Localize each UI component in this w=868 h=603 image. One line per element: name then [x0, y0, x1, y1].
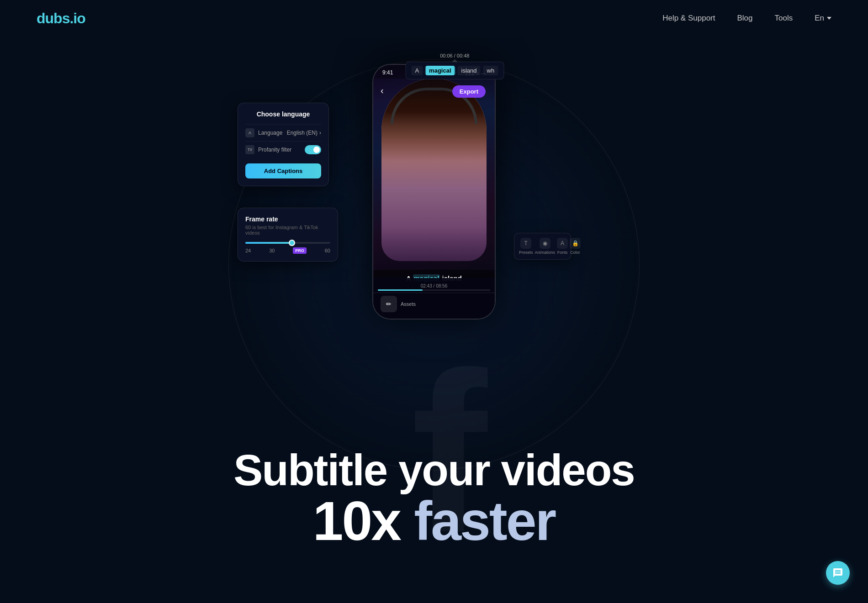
presets-icon: T	[520, 238, 531, 249]
phone-time: 9:41	[382, 69, 393, 76]
animations-icon: ◉	[540, 238, 550, 249]
word-chip-wh[interactable]: wh	[483, 66, 498, 75]
navbar: dubs.io Help & Support Blog Tools En	[0, 0, 868, 37]
framerate-selected: 30	[269, 248, 275, 253]
tool-presets[interactable]: T Presets	[519, 238, 533, 255]
tools-panel: T Presets ◉ Animations A Fonts 🔒 Color	[514, 233, 571, 260]
color-icon: 🔒	[570, 238, 581, 249]
framerate-slider-thumb[interactable]	[289, 240, 295, 246]
framerate-slider-track[interactable]	[245, 242, 330, 244]
chat-icon	[832, 567, 843, 578]
framerate-min: 24	[245, 248, 251, 253]
tool-animations[interactable]: ◉ Animations	[535, 238, 556, 255]
nav-language[interactable]: En	[815, 14, 831, 23]
language-value[interactable]: English (EN) ›	[287, 130, 321, 136]
hero-10x: 10x	[313, 490, 414, 551]
phone-scrubber-track[interactable]	[378, 289, 490, 291]
pencil-icon[interactable]: ✏	[381, 296, 397, 312]
word-chip-island[interactable]: island	[458, 66, 481, 75]
hero-section: f 9:41 ▐▐▐ ◈ ▬ ‹ Export A magical island	[0, 37, 868, 603]
assets-label: Assets	[401, 301, 416, 307]
profanity-toggle[interactable]	[305, 145, 321, 154]
nav-help-support[interactable]: Help & Support	[662, 14, 715, 23]
word-chip-magical[interactable]: magical	[425, 66, 455, 75]
nav-tools[interactable]: Tools	[775, 14, 793, 23]
hero-line1: Subtitle your videos	[160, 447, 708, 493]
hero-faster: faster	[414, 490, 555, 551]
panel-language-row: A Language English (EN) ›	[245, 124, 321, 141]
framerate-slider-labels: 24 30 PRO 60	[245, 247, 330, 254]
chevron-right-icon: ›	[319, 130, 321, 136]
phone-bottom-controls: 02:43 / 08:56 ✏ Assets	[373, 278, 495, 319]
tools-row: T Presets ◉ Animations A Fonts 🔒 Color	[519, 238, 566, 255]
timeline-timestamp: 00:06 / 00:48	[440, 53, 469, 58]
pencil-symbol: ✏	[386, 300, 392, 308]
phone-assets-bar: ✏ Assets	[373, 293, 495, 315]
timeline-pointer-top	[452, 59, 457, 62]
phone-scrubber-played	[378, 289, 423, 291]
logo[interactable]: dubs.io	[37, 10, 85, 27]
export-button[interactable]: Export	[452, 85, 486, 98]
fonts-icon: A	[557, 238, 568, 249]
panel-profanity-row: T# Profanity filter	[245, 141, 321, 158]
back-arrow-icon[interactable]: ‹	[381, 85, 384, 96]
word-timeline-panel: 00:06 / 00:48 A magical island wh	[405, 62, 504, 79]
hero-line2: 10x faster	[160, 493, 708, 548]
framerate-slider-fill	[245, 242, 292, 244]
tool-fonts[interactable]: A Fonts	[557, 238, 568, 255]
chevron-down-icon	[827, 17, 831, 20]
profanity-label: T# Profanity filter	[245, 145, 291, 154]
language-label: A Language	[245, 128, 282, 137]
language-icon: A	[245, 128, 254, 137]
phone-timeline-time: 02:43 / 08:56	[373, 282, 495, 289]
hero-text-container: Subtitle your videos 10x faster	[160, 447, 708, 548]
phone-mockup: 9:41 ▐▐▐ ◈ ▬ ‹ Export A magical island 0…	[372, 64, 496, 320]
framerate-subtitle: 60 is best for Instagram & TikTok videos	[245, 225, 330, 236]
add-captions-button[interactable]: Add Captions	[245, 163, 321, 178]
phone-scrubber-container	[373, 289, 495, 293]
pro-badge: PRO	[293, 247, 307, 254]
choose-language-panel: Choose language A Language English (EN) …	[238, 103, 329, 186]
framerate-title: Frame rate	[245, 215, 330, 223]
profanity-icon: T#	[245, 145, 254, 154]
nav-links: Help & Support Blog Tools En	[662, 14, 831, 23]
tool-color[interactable]: 🔒 Color	[570, 238, 581, 255]
framerate-max: 60	[325, 248, 330, 253]
chat-bubble-button[interactable]	[826, 561, 850, 585]
word-chip-a[interactable]: A	[411, 66, 423, 75]
framerate-panel: Frame rate 60 is best for Instagram & Ti…	[238, 208, 338, 262]
panel-language-title: Choose language	[245, 110, 321, 118]
nav-blog[interactable]: Blog	[737, 14, 752, 23]
